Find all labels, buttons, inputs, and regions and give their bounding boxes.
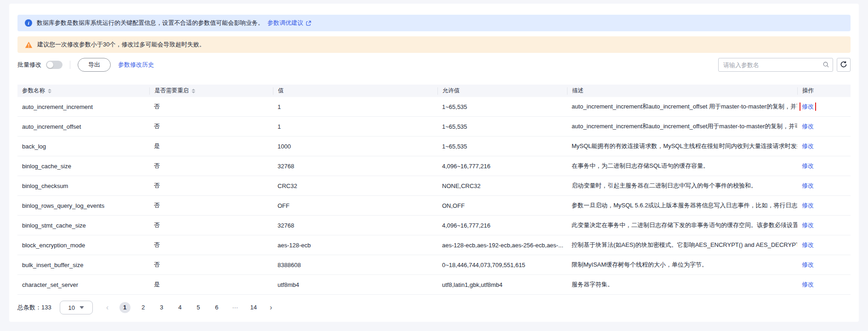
modify-link[interactable]: 修改 (802, 103, 814, 110)
page-number[interactable]: 5 (193, 302, 204, 313)
value-cell: 32768 (273, 163, 437, 170)
value-cell: OFF (273, 202, 437, 209)
param-name-cell: back_log (17, 143, 149, 150)
page-size-select[interactable]: 10 (60, 301, 93, 314)
warning-banner: 建议您一次修改参数小于30个，修改过多可能会导致超时失败。 (17, 36, 851, 53)
param-table-body: auto_increment_increment 否 1 1~65,535 au… (17, 97, 851, 295)
table-row: bulk_insert_buffer_size 否 8388608 0~18,4… (17, 255, 851, 275)
warning-icon (25, 41, 33, 48)
table-row: binlog_cache_size 否 32768 4,096~16,777,2… (17, 156, 851, 176)
prev-page-button[interactable]: ‹ (102, 303, 113, 312)
value-cell: 32768 (273, 222, 437, 229)
modify-link[interactable]: 修改 (802, 281, 814, 288)
param-name-cell: binlog_checksum (17, 183, 149, 189)
modify-link[interactable]: 修改 (802, 182, 814, 189)
param-table: 参数名称 是否需要重启 值 允许值 描述 操作 auto_increment_i… (17, 85, 851, 295)
column-header[interactable]: 参数名称 (17, 87, 149, 95)
page-number[interactable]: 3 (156, 302, 167, 313)
sort-icon[interactable] (48, 89, 51, 93)
column-header[interactable]: 允许值 (437, 87, 567, 95)
table-header: 参数名称 是否需要重启 值 允许值 描述 操作 (17, 85, 851, 97)
external-link-icon[interactable] (306, 20, 312, 26)
tuning-advice-link[interactable]: 参数调优建议 (267, 19, 303, 27)
param-name-cell: character_set_server (17, 281, 149, 288)
modify-link[interactable]: 修改 (802, 202, 814, 209)
toolbar: 批量修改 导出 参数修改历史 (17, 58, 851, 72)
column-header-label: 操作 (802, 87, 814, 95)
column-header[interactable]: 操作 (797, 87, 851, 95)
column-header-label: 值 (278, 87, 284, 95)
info-banner: i 数据库参数是数据库系统运行的关键配置信息，设置不合适的参数值可能会影响业务。… (17, 15, 851, 31)
column-header[interactable]: 描述 (567, 87, 797, 95)
modify-link[interactable]: 修改 (802, 241, 814, 248)
toggle-knob (47, 62, 53, 68)
page-number[interactable]: 1 (119, 302, 130, 313)
value-cell: CRC32 (273, 183, 437, 189)
search-icon[interactable] (823, 61, 829, 69)
param-name-cell: binlog_stmt_cache_size (17, 222, 149, 229)
restart-cell: 否 (149, 103, 273, 111)
refresh-icon (840, 61, 847, 69)
column-header-label: 参数名称 (22, 87, 45, 95)
page-number[interactable]: 4 (175, 302, 186, 313)
restart-cell: 否 (149, 221, 273, 229)
page-number[interactable]: 6 (211, 302, 222, 313)
table-row: back_log 是 1000 1~65,535 MySQL能拥有的有效连接请求… (17, 137, 851, 156)
param-name-cell: bulk_insert_buffer_size (17, 262, 149, 268)
modify-link[interactable]: 修改 (802, 162, 814, 169)
export-button[interactable]: 导出 (78, 58, 111, 72)
table-row: binlog_rows_query_log_events 否 OFF ON,OF… (17, 196, 851, 216)
next-page-button[interactable]: › (266, 303, 277, 312)
page-list: 123456···14 (116, 302, 263, 313)
allowed-values-cell: 1~65,535 (437, 123, 567, 130)
restart-cell: 否 (149, 122, 273, 131)
info-banner-text: 数据库参数是数据库系统运行的关键配置信息，设置不合适的参数值可能会影响业务。 (37, 19, 264, 27)
value-cell: utf8mb4 (273, 281, 437, 288)
description-cell: 限制MyISAM缓存树每个线程的大小，单位为字节。 (567, 261, 797, 269)
content-card: i 数据库参数是数据库系统运行的关键配置信息，设置不合适的参数值可能会影响业务。… (9, 4, 859, 322)
param-name-cell: auto_increment_offset (17, 123, 149, 130)
modify-link[interactable]: 修改 (802, 143, 814, 149)
description-cell: 此变量决定在事务中，二进制日志存储下发的非事务语句的缓存空间。该参数必须设置为4… (567, 221, 797, 229)
search-input[interactable] (718, 58, 833, 72)
description-cell: auto_increment_increment和auto_increment_… (567, 103, 797, 111)
restart-cell: 否 (149, 261, 273, 269)
restart-cell: 否 (149, 182, 273, 190)
modify-link[interactable]: 修改 (802, 261, 814, 268)
column-header[interactable]: 值 (273, 87, 437, 95)
allowed-values-cell: 1~65,535 (437, 103, 567, 110)
toolbar-divider (70, 61, 70, 69)
batch-modify-label: 批量修改 (17, 61, 41, 69)
allowed-values-cell: 0~18,446,744,073,709,551,615 (437, 262, 567, 268)
modify-link[interactable]: 修改 (802, 123, 814, 130)
total-count: 总条数：133 (17, 303, 51, 312)
value-cell: 1 (273, 103, 437, 110)
table-row: auto_increment_offset 否 1 1~65,535 auto_… (17, 117, 851, 137)
param-history-link[interactable]: 参数修改历史 (118, 61, 154, 69)
column-header-label: 描述 (572, 87, 584, 95)
restart-cell: 是 (149, 280, 273, 289)
search-box (718, 58, 833, 72)
param-name-cell: block_encryption_mode (17, 242, 149, 249)
description-cell: auto_increment_increment和auto_increment_… (567, 122, 797, 131)
description-cell: 参数一旦启动，MySQL 5.6.2或以上版本服务器将信息写入日志事件，比如，将… (567, 201, 797, 210)
page-number[interactable]: 2 (138, 302, 149, 313)
allowed-values-cell: ON,OFF (437, 202, 567, 209)
param-name-cell: binlog_cache_size (17, 163, 149, 170)
refresh-button[interactable] (837, 58, 851, 72)
page-size-value: 10 (68, 304, 74, 311)
restart-cell: 否 (149, 162, 273, 170)
modify-link[interactable]: 修改 (802, 222, 814, 228)
column-header[interactable]: 是否需要重启 (149, 87, 273, 95)
page-number[interactable]: 14 (248, 302, 259, 313)
info-icon: i (25, 19, 32, 27)
table-row: character_set_server 是 utf8mb4 utf8,lati… (17, 275, 851, 295)
description-cell: 服务器字符集。 (567, 280, 797, 289)
value-cell: aes-128-ecb (273, 242, 437, 249)
description-cell: MySQL能拥有的有效连接请求数，MySQL主线程在很短时间内收到大量连接请求时… (567, 142, 797, 150)
batch-modify-toggle[interactable] (46, 61, 62, 69)
restart-cell: 是 (149, 142, 273, 150)
allowed-values-cell: 4,096~16,777,216 (437, 163, 567, 170)
table-row: block_encryption_mode 否 aes-128-ecb aes-… (17, 235, 851, 255)
sort-icon[interactable] (192, 89, 195, 93)
